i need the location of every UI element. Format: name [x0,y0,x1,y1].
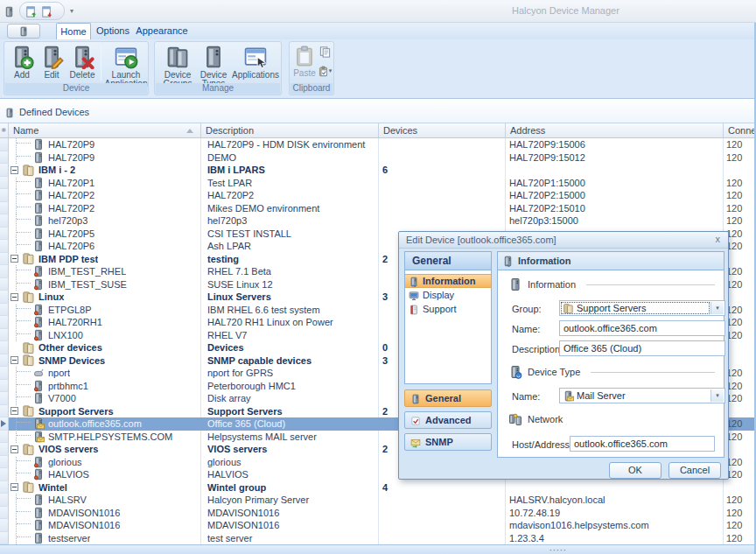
applications-button[interactable]: Applications [230,45,281,80]
row-indicator[interactable] [0,253,9,266]
description-field[interactable]: Office 365 (Cloud) [559,340,725,356]
table-row[interactable]: Wintel Wintel group 4 [0,481,756,494]
tab-appearance[interactable]: Appearance [135,23,189,39]
column-header-connect[interactable]: Connect [724,123,756,137]
row-indicator[interactable] [0,177,9,190]
delete-button[interactable]: Delete [67,45,97,80]
row-indicator[interactable] [0,151,9,165]
row-indicator[interactable] [0,278,9,291]
nav-section-general[interactable]: General [404,389,492,407]
device-name: HALVIOS [48,468,89,480]
row-indicator[interactable] [0,519,9,532]
row-indicator[interactable] [0,202,9,215]
table-row[interactable]: HAL720P2 Mikes DEMO environment HAL720P2… [0,202,756,215]
collapse-icon[interactable] [10,445,18,453]
nav-section-snmp[interactable]: SNMP [404,433,492,451]
row-indicator[interactable] [0,443,9,456]
row-indicator[interactable] [0,468,9,481]
splitter-grip-icon[interactable]: ····· [550,546,567,554]
host-address-field[interactable]: outlook.office365.com [570,436,715,452]
row-indicator[interactable] [0,189,9,202]
column-header-address[interactable]: Address [506,123,724,137]
row-indicator[interactable] [0,367,9,380]
table-row[interactable]: MDAVISON1016 MDAVISON1016 10.72.48.19 12… [0,507,756,520]
table-row[interactable]: HAL720P1 Test LPAR HAL720P1:15000 120 [0,177,756,190]
collapse-icon[interactable] [10,255,18,263]
close-icon[interactable]: x [716,235,721,244]
tree-connector [16,532,33,545]
row-indicator[interactable] [0,532,9,545]
table-row[interactable]: hel720p3 hel720p3 hel720p3:15000 120 [0,214,756,228]
row-indicator[interactable] [0,417,9,431]
column-header-devices[interactable]: Devices [379,123,506,137]
tab-options[interactable]: Options [93,23,133,39]
row-indicator[interactable] [0,304,9,317]
paste-options-button[interactable]: ▾ [317,63,332,79]
device-groups-button[interactable]: Device Groups [160,45,195,88]
table-row[interactable]: testserver test server 1.23.3.4 120 [0,532,756,545]
chevron-down-icon[interactable]: ▾ [710,389,724,402]
collapse-icon[interactable] [10,356,18,364]
row-indicator[interactable] [0,329,9,342]
device-type-combo[interactable]: Mail Server ▾ [559,388,725,403]
chevron-down-icon[interactable]: ▾ [710,302,724,314]
row-indicator[interactable] [0,265,9,278]
add-button[interactable]: Add [8,45,36,80]
nav-section-advanced[interactable]: Advanced [404,411,492,429]
row-indicator[interactable] [0,507,9,520]
tree-connector [16,431,33,444]
row-indicator[interactable] [0,164,9,177]
device-name: SMTP.HELPSYSTEMS.COM [48,431,172,443]
row-indicator[interactable] [0,494,9,507]
row-indicator[interactable] [0,431,9,444]
tab-home[interactable]: Home [56,23,91,39]
collapse-icon[interactable] [10,293,18,301]
ribbon-tab-row: Home Options Appearance [0,23,756,39]
collapse-icon[interactable] [10,483,18,491]
ok-button[interactable]: OK [609,462,662,479]
qat-customize-icon[interactable]: ▾ [70,7,74,15]
row-indicator[interactable] [0,481,9,494]
collapse-icon[interactable] [10,166,18,174]
column-header-description[interactable]: Description [201,123,379,137]
nav-item-display[interactable]: Display [405,288,491,302]
group-combo[interactable]: Support Servers ▾ [559,300,725,316]
table-row[interactable]: MDAVISON1016 MDAVISON1016 mdavison1016.h… [0,519,756,532]
row-indicator[interactable] [0,214,9,228]
export-device-icon[interactable] [40,4,53,19]
table-row[interactable]: HAL720P9 HAL720P9 - HDM DISK environment… [0,138,756,151]
column-header-name[interactable]: Name [9,123,201,137]
row-indicator[interactable] [0,291,9,304]
tree-connector [16,329,33,342]
row-indicator[interactable] [0,316,9,329]
edit-button[interactable]: Edit [38,45,66,80]
dialog-title-bar[interactable]: Edit Device [outlook.office365.com] x [399,232,728,249]
row-indicator[interactable] [0,341,9,354]
launch-application-button[interactable]: Launch Application [102,45,150,88]
name-field[interactable]: outlook.office365.com [559,320,725,336]
row-indicator[interactable] [0,354,9,368]
nav-item-support[interactable]: Support [405,302,491,316]
row-indicator[interactable] [0,405,9,418]
application-menu-button[interactable] [7,24,40,39]
network-section-heading: Network [508,412,715,426]
row-indicator[interactable] [0,138,9,151]
row-indicator[interactable] [0,456,9,469]
mail-server-icon [563,389,574,402]
nav-item-information[interactable]: Information [405,274,491,288]
bottom-splitter-bar[interactable]: ····· [0,544,756,554]
table-row[interactable]: HAL720P2 HAL720P2 HAL720P2:15000 120 [0,189,756,202]
paste-button[interactable]: Paste [292,45,317,78]
table-row[interactable]: HAL720P9 DEMO HAL720P9:15012 120 [0,151,756,165]
table-row[interactable]: IBM i - 2 IBM i LPARS 6 [0,164,756,177]
row-indicator[interactable] [0,240,9,253]
copy-button[interactable] [317,44,332,60]
cancel-button[interactable]: Cancel [668,462,721,479]
table-row[interactable]: HALSRV Halcyon Primary Server HALSRV.hal… [0,494,756,507]
import-device-icon[interactable] [24,4,38,19]
device-types-button[interactable]: Device Types [197,45,230,88]
collapse-icon[interactable] [10,407,18,415]
row-indicator[interactable] [0,228,9,241]
row-indicator[interactable] [0,380,9,393]
row-indicator[interactable] [0,392,9,405]
